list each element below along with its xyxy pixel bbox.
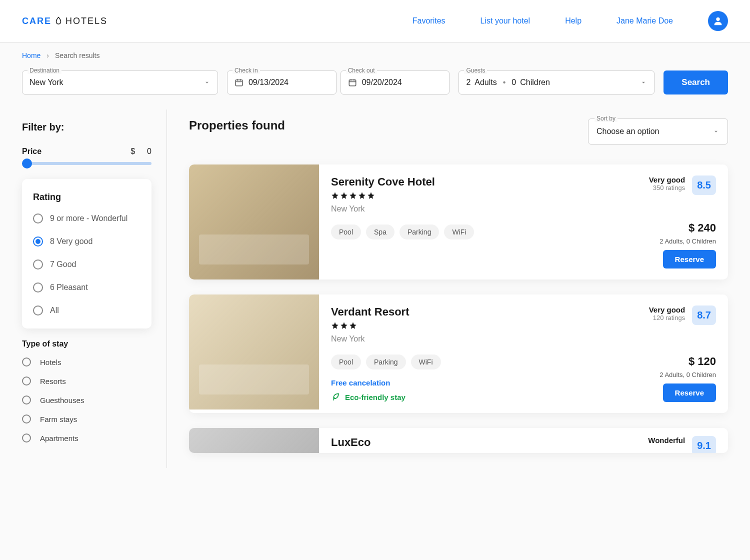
checkbox-icon <box>22 358 31 366</box>
reserve-button[interactable]: Reserve <box>663 384 716 402</box>
stay-option-label: Resorts <box>40 377 66 386</box>
rating-badge: 8.5 <box>692 176 716 195</box>
star-icon <box>331 192 339 200</box>
stay-option[interactable]: Hotels <box>22 358 152 366</box>
rating-option-label: 8 Very good <box>50 237 92 246</box>
guests-children-num: 0 <box>512 78 516 87</box>
header: CARE HOTELS Favorites List your hotel He… <box>0 0 750 42</box>
avatar[interactable] <box>708 11 728 31</box>
svg-rect-5 <box>349 80 356 86</box>
property-card: LuxEco Wonderful 9.1 <box>189 428 728 453</box>
guests-adults: Adults <box>474 78 496 87</box>
star-icon <box>358 192 366 200</box>
checkout-label: Check out <box>346 67 377 74</box>
svg-point-0 <box>716 18 720 21</box>
results-title: Properties found <box>189 118 285 132</box>
sort-label: Sort by <box>594 115 618 122</box>
stay-option[interactable]: Guesthouses <box>22 396 152 404</box>
property-name: Verdant Resort <box>331 306 649 318</box>
amenity-tag: Parking <box>400 224 439 240</box>
guests-info: 2 Adults, 0 Children <box>660 371 716 378</box>
price-label: Price <box>22 147 42 156</box>
destination-label: Destination <box>28 67 62 74</box>
rating-label: Wonderful <box>648 436 685 444</box>
nav: Favorites List your hotel Help Jane Mari… <box>412 11 728 31</box>
guests-field[interactable]: Guests 2 Adults • 0 Children <box>458 70 654 94</box>
rating-option[interactable]: 9 or more - Wonderful <box>33 214 140 224</box>
rating-card: Rating 9 or more - Wonderful 8 Very good… <box>22 179 152 328</box>
checkin-value: 09/13/2024 <box>248 78 288 87</box>
rating-option-label: 7 Good <box>50 260 76 269</box>
logo[interactable]: CARE HOTELS <box>22 16 108 26</box>
radio-icon <box>33 282 43 292</box>
destination-value: New York <box>30 78 64 87</box>
destination-field[interactable]: Destination New York <box>22 70 218 94</box>
star-icon <box>367 192 375 200</box>
slider-thumb[interactable] <box>22 158 32 168</box>
star-rating <box>331 322 649 330</box>
leaf-icon <box>54 16 63 26</box>
radio-icon <box>33 260 43 270</box>
rating-option-label: All <box>50 306 59 315</box>
property-image[interactable] <box>189 294 319 410</box>
stay-option[interactable]: Farm stays <box>22 414 152 424</box>
property-location: New York <box>331 334 649 344</box>
nav-user-name[interactable]: Jane Marie Doe <box>616 16 673 26</box>
rating-count: 120 ratings <box>649 314 686 322</box>
checkin-field[interactable]: Check in 09/13/2024 <box>227 70 336 94</box>
chevron-right-icon: › <box>46 52 49 60</box>
chevron-down-icon <box>712 128 720 135</box>
checkout-field[interactable]: Check out 09/20/2024 <box>340 70 450 94</box>
price: $ 240 <box>688 222 716 234</box>
property-location: New York <box>331 204 649 214</box>
rating-option[interactable]: 7 Good <box>33 260 140 270</box>
rating-option-label: 6 Pleasant <box>50 283 88 292</box>
rating-option[interactable]: 8 Very good <box>33 236 140 246</box>
rating-badge: 8.7 <box>692 306 716 325</box>
amenity-tag: WiFi <box>444 224 474 240</box>
star-rating <box>331 192 649 200</box>
checkbox-icon <box>22 414 31 424</box>
price-slider[interactable] <box>22 162 152 165</box>
star-icon <box>340 192 348 200</box>
nav-favorites[interactable]: Favorites <box>412 16 446 26</box>
guests-adults-num: 2 <box>466 78 470 87</box>
guests-label: Guests <box>464 67 487 74</box>
breadcrumb-current: Search results <box>55 52 100 60</box>
nav-help[interactable]: Help <box>565 16 582 26</box>
rating-option[interactable]: 6 Pleasant <box>33 282 140 292</box>
checkbox-icon <box>22 376 31 386</box>
reserve-button[interactable]: Reserve <box>663 250 716 268</box>
chevron-down-icon <box>640 79 647 86</box>
rating-label: Very good <box>649 306 686 314</box>
search-button[interactable]: Search <box>664 70 728 94</box>
amenity-tag: WiFi <box>411 354 441 370</box>
property-image[interactable] <box>189 428 319 453</box>
rating-title: Rating <box>33 192 140 202</box>
star-icon <box>331 322 339 330</box>
breadcrumb-home[interactable]: Home <box>22 52 40 60</box>
nav-list-hotel[interactable]: List your hotel <box>480 16 530 26</box>
free-cancel: Free cancelation <box>331 378 649 387</box>
eco-stay: Eco-friendly stay <box>331 392 649 402</box>
guests-info: 2 Adults, 0 Children <box>660 238 716 245</box>
stay-title: Type of stay <box>22 340 152 348</box>
rating-option[interactable]: All <box>33 306 140 316</box>
logo-care: CARE <box>22 16 52 26</box>
property-image[interactable] <box>189 164 319 280</box>
sort-field[interactable]: Sort by Choose an option <box>588 118 728 144</box>
stay-option[interactable]: Resorts <box>22 376 152 386</box>
guests-children: Children <box>520 78 550 87</box>
stay-option[interactable]: Apartments <box>22 434 152 442</box>
radio-icon <box>33 306 43 316</box>
leaf-icon <box>331 392 341 402</box>
amenity-tags: PoolSpaParkingWiFi <box>331 224 649 240</box>
price-value: 0 <box>147 147 152 156</box>
price-currency: $ <box>130 147 135 156</box>
rating-option-label: 9 or more - Wonderful <box>50 214 128 223</box>
amenity-tags: PoolParkingWiFi <box>331 354 649 370</box>
checkout-value: 09/20/2024 <box>362 78 402 87</box>
logo-hotels: HOTELS <box>66 16 108 26</box>
main: Filter by: Price $ 0 Rating 9 or more - … <box>0 110 750 488</box>
star-icon <box>349 192 357 200</box>
